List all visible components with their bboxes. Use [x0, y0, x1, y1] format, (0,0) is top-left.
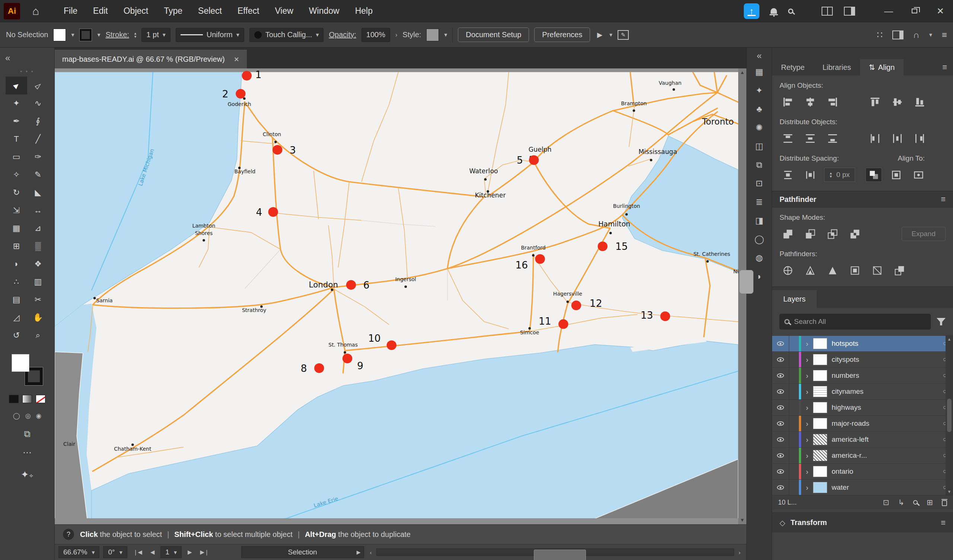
hotspot-number-3[interactable]: 3: [290, 145, 296, 156]
status-display[interactable]: Selection▶: [241, 546, 364, 558]
city-dot[interactable]: [487, 190, 489, 193]
export-panel-icon[interactable]: ⧉: [750, 157, 769, 173]
layer-row-major-roads[interactable]: ›major-roads○: [772, 416, 953, 432]
stroke-panel-icon[interactable]: ≣: [750, 194, 769, 210]
hotspot-number-2[interactable]: 2: [222, 88, 228, 100]
layer-visibility-toggle[interactable]: [772, 352, 789, 367]
city-dot[interactable]: [260, 305, 263, 308]
fill-color-box[interactable]: [12, 354, 29, 372]
layer-expand-icon[interactable]: ›: [801, 467, 813, 476]
tab-libraries[interactable]: Libraries: [813, 59, 860, 76]
selection-tools-icon[interactable]: ►: [595, 30, 604, 40]
city-dot[interactable]: [131, 444, 134, 446]
align-right-button[interactable]: [824, 95, 841, 109]
pathfinder-menu-icon[interactable]: ≡: [941, 195, 945, 204]
align-left-button[interactable]: [779, 95, 796, 109]
notifications-icon[interactable]: [771, 8, 777, 14]
layer-thumbnail[interactable]: [813, 386, 827, 397]
hotspot-number-5[interactable]: 5: [517, 155, 523, 166]
city-label-waterloo[interactable]: Waterloo: [469, 167, 498, 175]
hotspot-marker-2[interactable]: [236, 89, 245, 99]
layers-scroll-thumb[interactable]: [947, 399, 951, 432]
appearance-panel-icon[interactable]: ◍: [750, 250, 769, 266]
city-label-guelph[interactable]: Guelph: [529, 146, 552, 153]
divide-button[interactable]: [779, 263, 796, 277]
city-dot[interactable]: [203, 239, 205, 241]
menu-select[interactable]: Select: [190, 6, 230, 16]
stroke-chevron-icon[interactable]: ▾: [97, 31, 100, 38]
layer-thumbnail[interactable]: [813, 370, 827, 381]
city-dot[interactable]: [609, 232, 612, 234]
layer-row-cityspots[interactable]: ›cityspots○: [772, 352, 953, 368]
layer-visibility-toggle[interactable]: [772, 448, 789, 463]
artboard-number-select[interactable]: 1▾: [160, 546, 182, 558]
layers-search-box[interactable]: [779, 314, 931, 330]
column-graph-tool[interactable]: ▥: [27, 273, 49, 291]
layers-search-input[interactable]: [794, 317, 926, 326]
city-label-goderich[interactable]: Goderich: [228, 101, 251, 107]
previous-artboard-icon[interactable]: ◀: [148, 549, 157, 555]
layer-name[interactable]: major-roads: [827, 419, 937, 428]
hotspot-marker-1[interactable]: [242, 71, 251, 80]
layer-lock-cell[interactable]: [789, 416, 799, 432]
shear-tool[interactable]: ◿: [6, 309, 27, 326]
layer-thumbnail[interactable]: [813, 402, 827, 413]
slice-tool[interactable]: ✂: [27, 291, 49, 309]
city-label-sarnia[interactable]: Sarnia: [96, 297, 112, 303]
dist-hright-button[interactable]: [911, 131, 928, 145]
exclude-button[interactable]: [846, 227, 863, 241]
layer-visibility-toggle[interactable]: [772, 480, 789, 495]
style-chevron-icon[interactable]: ▾: [444, 31, 447, 38]
scroll-right-icon[interactable]: ›: [736, 549, 743, 555]
city-label-toronto[interactable]: Toronto: [702, 117, 734, 127]
horizontal-scrollbar[interactable]: [376, 548, 734, 556]
hotspot-number-11[interactable]: 11: [539, 316, 551, 327]
width-tool[interactable]: ↔: [27, 201, 49, 220]
curvature-tool[interactable]: ∮: [27, 112, 49, 130]
layer-visibility-toggle[interactable]: [772, 336, 789, 351]
workspace-chevron-icon[interactable]: ▾: [929, 31, 932, 38]
spacing-value-field[interactable]: ▴▾0 px: [824, 168, 855, 182]
city-dot[interactable]: [626, 213, 628, 215]
hotspot-number-1[interactable]: 1: [255, 69, 262, 80]
hotspot-marker-12[interactable]: [571, 300, 581, 310]
layer-thumbnail[interactable]: [813, 482, 827, 493]
pen-tool[interactable]: ✒: [6, 112, 27, 130]
expand-button[interactable]: Expand: [902, 227, 945, 241]
region-label[interactable]: Ni: [733, 268, 738, 274]
first-artboard-icon[interactable]: ❘◀: [131, 549, 144, 555]
city-dot[interactable]: [650, 159, 653, 161]
hotspot-number-13[interactable]: 13: [641, 310, 653, 321]
share-button[interactable]: ↑: [744, 3, 759, 19]
pathfinder-panel-header[interactable]: Pathfinder ≡: [772, 191, 953, 207]
layer-thumbnail[interactable]: [813, 450, 827, 461]
city-dot[interactable]: [484, 178, 487, 180]
unite-button[interactable]: [779, 227, 796, 241]
hotspot-number-6[interactable]: 6: [363, 280, 369, 291]
layer-name[interactable]: america-left: [827, 435, 937, 444]
workspace-panel-icon[interactable]: [844, 7, 855, 15]
city-label-london[interactable]: London: [309, 280, 338, 289]
layer-expand-icon[interactable]: ›: [801, 387, 813, 396]
variable-width-dropdown[interactable]: Uniform▾: [176, 28, 244, 42]
alignto-key-button[interactable]: [888, 168, 904, 182]
scroll-down-icon[interactable]: ▼: [740, 516, 745, 524]
region-label[interactable]: Clair: [63, 441, 75, 447]
layer-row-america-r-[interactable]: ›america-r...○: [772, 448, 953, 464]
symbols-panel-icon[interactable]: ♣: [750, 101, 769, 117]
mesh-tool[interactable]: ⊞: [6, 237, 27, 255]
align-bottom-button[interactable]: [911, 95, 928, 109]
transparency-panel-icon[interactable]: ◯: [750, 231, 769, 247]
align-top-button[interactable]: [867, 95, 883, 109]
menu-help[interactable]: Help: [347, 6, 380, 16]
dist-vtop-button[interactable]: [779, 131, 796, 145]
style-swatch[interactable]: [426, 29, 439, 41]
align-hcenter-button[interactable]: [802, 95, 818, 109]
stroke-stepper[interactable]: ▴▾: [134, 32, 137, 38]
stroke-weight-field[interactable]: 1 pt▾: [141, 28, 170, 42]
city-label-st-catherines[interactable]: St. Catherines: [694, 251, 730, 257]
hotspot-number-12[interactable]: 12: [590, 298, 602, 309]
fill-swatch[interactable]: [53, 29, 66, 41]
layer-row-hotspots[interactable]: ›hotspots○: [772, 336, 953, 352]
layer-thumbnail[interactable]: [813, 418, 827, 429]
